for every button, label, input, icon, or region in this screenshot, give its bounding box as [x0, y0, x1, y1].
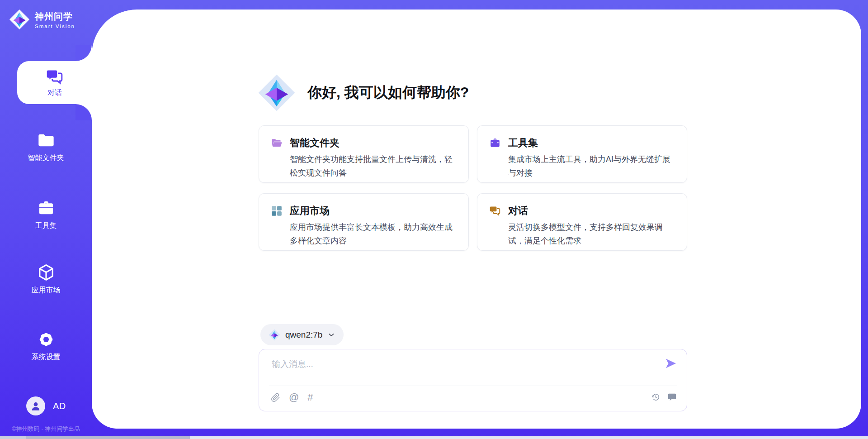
- gear-icon: [37, 330, 55, 348]
- scrollbar-thumb[interactable]: [26, 436, 190, 439]
- greeting-text: 你好, 我可以如何帮助你?: [307, 83, 469, 103]
- mention-button[interactable]: @: [289, 392, 299, 403]
- tab-fillet-bottom: [75, 104, 92, 120]
- message-composer: @ #: [259, 349, 687, 411]
- scrollbar-corner: [0, 436, 26, 439]
- person-icon: [30, 400, 42, 412]
- brand: 神州问学 Smart Vision: [9, 9, 75, 30]
- chevron-down-icon: [327, 331, 335, 339]
- model-logo-icon: [269, 329, 280, 341]
- card-title: 工具集: [508, 136, 538, 150]
- card-description: 应用市场提供丰富长文本模板，助力高效生成多样化文章内容: [290, 220, 459, 248]
- message-input[interactable]: [271, 358, 652, 384]
- topic-button[interactable]: #: [307, 392, 313, 403]
- copyright-footer: ©神州数码 · 神州问学出品: [0, 425, 92, 433]
- history-icon: [651, 392, 660, 402]
- greeting: 你好, 我可以如何帮助你?: [258, 74, 469, 112]
- app-window: 神州问学 Smart Vision 对话 智能文件夹: [0, 0, 868, 439]
- history-button[interactable]: [651, 392, 660, 402]
- sidebar: 神州问学 Smart Vision 对话 智能文件夹: [0, 0, 92, 439]
- card-header: 工具集: [489, 136, 678, 150]
- speech-bubble-icon: [667, 392, 677, 402]
- send-button[interactable]: [664, 357, 678, 371]
- card-chat[interactable]: 对话 灵活切换多模型文件，支持多样回复效果调试，满足个性化需求: [477, 193, 687, 251]
- user-profile[interactable]: AD: [26, 396, 66, 415]
- sidebar-item-app-market[interactable]: 应用市场: [0, 263, 92, 295]
- sidebar-item-smart-folder[interactable]: 智能文件夹: [0, 131, 92, 163]
- brand-name: 神州问学: [35, 10, 75, 23]
- card-toolset[interactable]: 工具集 集成市场上主流工具，助力AI与外界无缝扩展与对接: [477, 125, 687, 183]
- card-header: 对话: [489, 204, 678, 218]
- tab-fillet-top: [75, 45, 92, 61]
- sidebar-item-label: 对话: [47, 88, 62, 98]
- assistant-logo-icon: [258, 74, 296, 112]
- brand-subtitle: Smart Vision: [35, 24, 75, 29]
- card-title: 对话: [508, 204, 528, 218]
- attach-file-button[interactable]: [271, 393, 280, 402]
- card-title: 智能文件夹: [290, 136, 340, 150]
- model-name: qwen2:7b: [285, 330, 322, 340]
- card-header: 智能文件夹: [271, 136, 459, 150]
- chat-icon: [489, 205, 501, 217]
- send-icon: [665, 357, 677, 370]
- paperclip-icon: [271, 393, 280, 402]
- package-icon: [37, 263, 55, 282]
- folder-open-icon: [271, 137, 283, 149]
- brand-logo-icon: [9, 9, 30, 30]
- sidebar-item-label: 工具集: [35, 221, 57, 231]
- card-description: 灵活切换多模型文件，支持多样回复效果调试，满足个性化需求: [508, 220, 678, 248]
- sidebar-item-label: 智能文件夹: [28, 153, 64, 163]
- card-app-market[interactable]: 应用市场 应用市场提供丰富长文本模板，助力高效生成多样化文章内容: [259, 193, 469, 251]
- card-description: 集成市场上主流工具，助力AI与外界无缝扩展与对接: [508, 153, 678, 180]
- card-description: 智能文件夹功能支持批量文件上传与清洗，轻松实现文件问答: [290, 153, 459, 180]
- grid-icon: [271, 205, 283, 217]
- avatar: [26, 396, 45, 415]
- folder-icon: [37, 131, 55, 149]
- brand-text: 神州问学 Smart Vision: [35, 10, 75, 29]
- card-smart-folder[interactable]: 智能文件夹 智能文件夹功能支持批量文件上传与清洗，轻松实现文件问答: [259, 125, 469, 183]
- briefcase-icon: [489, 137, 501, 149]
- sidebar-item-label: 系统设置: [32, 353, 61, 362]
- chat-icon: [46, 68, 64, 86]
- model-selector[interactable]: qwen2:7b: [260, 324, 344, 345]
- card-header: 应用市场: [271, 204, 459, 218]
- feature-cards: 智能文件夹 智能文件夹功能支持批量文件上传与清洗，轻松实现文件问答 工具集 集成…: [259, 125, 687, 251]
- composer-tools-left: @ #: [271, 392, 313, 403]
- card-title: 应用市场: [290, 204, 330, 218]
- user-name: AD: [53, 401, 66, 411]
- briefcase-icon: [37, 199, 55, 217]
- composer-divider: [269, 386, 677, 386]
- sidebar-item-settings[interactable]: 系统设置: [0, 330, 92, 362]
- sidebar-item-toolset[interactable]: 工具集: [0, 199, 92, 231]
- composer-tools-right: [651, 392, 677, 402]
- new-chat-button[interactable]: [667, 392, 677, 402]
- horizontal-scrollbar[interactable]: [0, 436, 868, 439]
- sidebar-item-label: 应用市场: [32, 286, 61, 295]
- sidebar-item-chat[interactable]: 对话: [17, 61, 92, 104]
